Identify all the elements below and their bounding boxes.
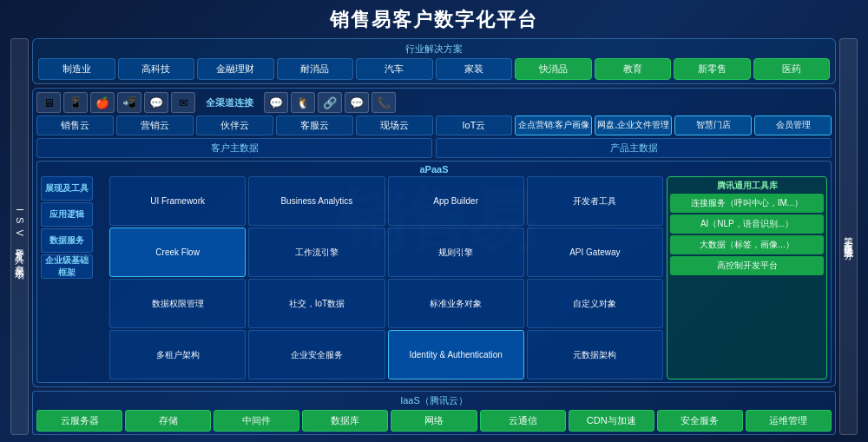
industry-btn-9[interactable]: 医药 (753, 58, 831, 80)
right-label: 第三方系统集成服务 (839, 38, 858, 435)
master-data-row: 客户主数据 产品主数据 (36, 138, 832, 158)
cloud-btn-0[interactable]: 销售云 (36, 115, 114, 135)
iaas-btn-6[interactable]: CDN与加速 (569, 410, 654, 432)
left-label: I S V 开发工具&交易市场 (10, 38, 29, 435)
cloud-row: 销售云 营销云 伙伴云 客服云 现场云 IoT云 企点营销:客户画像 网盘,企业… (36, 115, 832, 135)
cell-3-0[interactable]: 多租户架构 (109, 330, 246, 379)
icon-email: ✉ (171, 92, 195, 113)
iaas-btn-4[interactable]: 网络 (391, 410, 477, 432)
apaas-label-row-1: 应用逻辑 (41, 202, 106, 227)
cell-0-1[interactable]: Business Analytics (248, 176, 385, 226)
apaas-label-row-2: 数据服务 (41, 228, 106, 253)
apaas-row-0: UI Framework Business Analytics App Buil… (109, 176, 663, 226)
apaas-row-3: 多租户架构 企业安全服务 Identity & Authentication 元… (109, 330, 663, 379)
cloud-btn-1[interactable]: 营销云 (116, 115, 194, 135)
cell-1-1[interactable]: 工作流引擎 (248, 228, 385, 277)
apaas-label-row-0: 展现及工具 (41, 176, 106, 201)
cell-0-2[interactable]: App Builder (388, 176, 524, 226)
platform-section: 🖥 📱 🍎 📲 💬 ✉ 全渠道连接 💬 🐧 🔗 💬 📞 (32, 88, 836, 387)
industry-btn-3[interactable]: 耐消品 (277, 58, 354, 80)
iaas-btn-3[interactable]: 数据库 (302, 410, 388, 432)
industry-btn-6[interactable]: 快消品 (515, 58, 592, 80)
channel-label: 全渠道连接 (199, 96, 260, 109)
iaas-section: IaaS（腾讯云） 云服务器 存储 中间件 数据库 网络 云通信 CDN与加速 … (32, 391, 836, 435)
industry-btn-7[interactable]: 教育 (595, 58, 672, 80)
tencent-item-1[interactable]: AI（NLP，语音识别...） (670, 214, 824, 234)
page-title: 销售易客户数字化平台 (10, 7, 858, 33)
apaas-content: 展现及工具 应用逻辑 数据服务 企业级基础框架 (41, 176, 827, 379)
row-label-2: 数据服务 (41, 228, 93, 253)
industry-title: 行业解决方案 (38, 43, 830, 56)
cloud-btn-5[interactable]: IoT云 (436, 115, 513, 135)
apaas-label-row-3: 企业级基础框架 (41, 254, 106, 279)
icon-chat: 💬 (144, 92, 168, 113)
cloud-special-3[interactable]: 会员管理 (754, 115, 832, 135)
cell-0-3[interactable]: 开发者工具 (527, 176, 663, 226)
industry-btn-2[interactable]: 金融理财 (197, 58, 274, 80)
iaas-btn-1[interactable]: 存储 (125, 410, 211, 432)
cloud-btn-4[interactable]: 现场云 (356, 115, 433, 135)
apaas-row-2: 数据权限管理 社交，IoT数据 标准业务对象 自定义对象 (109, 279, 663, 328)
cloud-special-0[interactable]: 企点营销:客户画像 (515, 115, 592, 135)
industry-section: 行业解决方案 制造业 高科技 金融理财 耐消品 汽车 家装 快消品 教育 新零售… (32, 38, 836, 84)
master-data-right: 产品主数据 (436, 138, 832, 158)
industry-btn-1[interactable]: 高科技 (118, 58, 195, 80)
iaas-btn-2[interactable]: 中间件 (214, 410, 299, 432)
tencent-item-3[interactable]: 高控制开发平台 (670, 256, 824, 275)
iaas-row: 云服务器 存储 中间件 数据库 网络 云通信 CDN与加速 安全服务 运维管理 (36, 410, 832, 432)
iaas-btn-0[interactable]: 云服务器 (36, 410, 122, 432)
cloud-special-2[interactable]: 智慧门店 (674, 115, 752, 135)
tencent-item-0[interactable]: 连接服务（呼叫中心，IM...） (670, 194, 824, 213)
row-label-1: 应用逻辑 (41, 202, 93, 227)
icon-miniapp: 🔗 (318, 92, 342, 113)
cloud-btn-3[interactable]: 客服云 (276, 115, 353, 135)
apaas-labels: 展现及工具 应用逻辑 数据服务 企业级基础框架 (41, 176, 106, 379)
icon-qq: 🐧 (291, 92, 315, 113)
cell-3-2[interactable]: Identity & Authentication (388, 330, 524, 379)
iaas-btn-7[interactable]: 安全服务 (657, 410, 743, 432)
row-label-0: 展现及工具 (41, 176, 93, 201)
row-label-3: 企业级基础框架 (41, 254, 93, 279)
tencent-title: 腾讯通用工具库 (670, 180, 824, 192)
apaas-title: aPaaS (41, 164, 827, 175)
master-data-left: 客户主数据 (36, 138, 432, 158)
icon-wechat: 💬 (264, 92, 288, 113)
cell-1-3[interactable]: API Gateway (527, 228, 663, 277)
cell-2-1[interactable]: 社交，IoT数据 (248, 279, 385, 328)
tencent-box: 腾讯通用工具库 连接服务（呼叫中心，IM...） AI（NLP，语音识别...）… (667, 176, 827, 379)
cell-3-1[interactable]: 企业安全服务 (248, 330, 385, 379)
channel-icons-right: 💬 🐧 🔗 💬 📞 (264, 92, 396, 113)
cloud-btn-2[interactable]: 伙伴云 (196, 115, 273, 135)
industry-row: 制造业 高科技 金融理财 耐消品 汽车 家装 快消品 教育 新零售 医药 (38, 58, 830, 80)
iaas-btn-5[interactable]: 云通信 (480, 410, 566, 432)
industry-btn-5[interactable]: 家装 (436, 58, 513, 80)
industry-btn-0[interactable]: 制造业 (38, 58, 115, 80)
cell-2-0[interactable]: 数据权限管理 (109, 279, 246, 328)
channel-icons: 🖥 📱 🍎 📲 💬 ✉ (36, 92, 195, 113)
cloud-special-1[interactable]: 网盘,企业文件管理 (595, 115, 672, 135)
icon-apple: 🍎 (90, 92, 115, 113)
cell-1-0[interactable]: Creek Flow (109, 228, 246, 277)
icon-android: 📲 (117, 92, 141, 113)
main-container: 销售易客户数字化平台 I S V 开发工具&交易市场 行业解决方案 制造业 高科… (0, 0, 868, 442)
middle-area: 行业解决方案 制造业 高科技 金融理财 耐消品 汽车 家装 快消品 教育 新零售… (32, 38, 836, 435)
apaas-row-1: Creek Flow 工作流引擎 规则引擎 API Gateway (109, 228, 663, 277)
industry-btn-4[interactable]: 汽车 (356, 58, 433, 80)
apaas-section: aPaaS 展现及工具 应用逻辑 数据服务 (36, 161, 832, 383)
icon-pc: 🖥 (36, 92, 61, 113)
industry-btn-8[interactable]: 新零售 (674, 58, 751, 80)
apaas-cells: UI Framework Business Analytics App Buil… (109, 176, 663, 379)
cell-1-2[interactable]: 规则引擎 (388, 228, 524, 277)
iaas-title: IaaS（腾讯云） (36, 394, 832, 407)
channel-row: 🖥 📱 🍎 📲 💬 ✉ 全渠道连接 💬 🐧 🔗 💬 📞 (36, 92, 832, 113)
icon-phone: 📞 (372, 92, 396, 113)
iaas-btn-8[interactable]: 运维管理 (746, 410, 832, 432)
icon-tablet: 📱 (63, 92, 88, 113)
tencent-item-2[interactable]: 大数据（标签，画像...） (670, 235, 824, 254)
cell-2-3[interactable]: 自定义对象 (527, 279, 663, 328)
cell-2-2[interactable]: 标准业务对象 (388, 279, 524, 328)
content-area: I S V 开发工具&交易市场 行业解决方案 制造业 高科技 金融理财 耐消品 … (10, 38, 858, 435)
cell-3-3[interactable]: 元数据架构 (527, 330, 663, 379)
icon-service: 💬 (345, 92, 369, 113)
cell-0-0[interactable]: UI Framework (109, 176, 246, 226)
